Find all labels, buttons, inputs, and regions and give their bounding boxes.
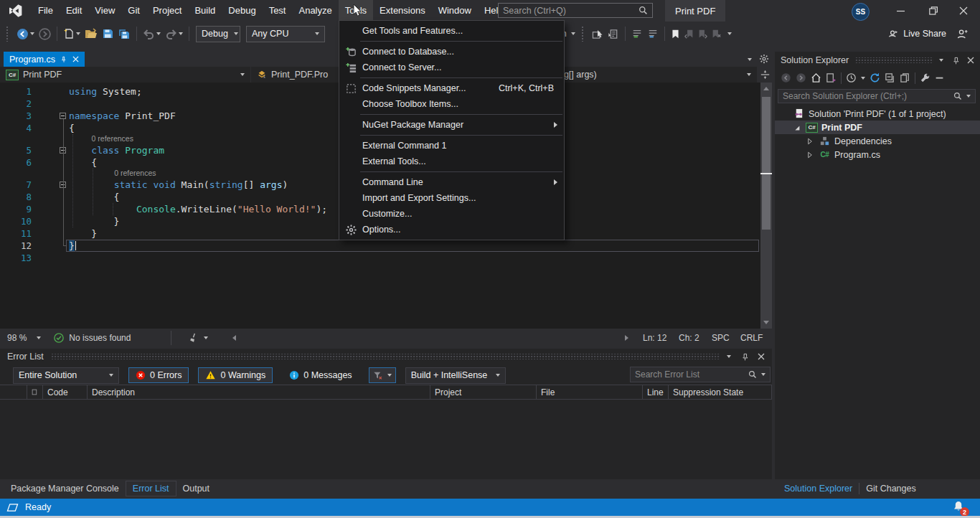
live-share-button[interactable]: Live Share (885, 25, 948, 42)
hscroll-right-arrow[interactable] (625, 335, 631, 341)
toggle-bookmark-button[interactable] (669, 25, 682, 42)
column-severity-icon[interactable] (27, 385, 43, 399)
menu-view[interactable]: View (88, 0, 121, 22)
back-caret-icon[interactable] (30, 32, 34, 35)
errors-filter-button[interactable]: 0 Errors (128, 367, 189, 383)
se-back-button[interactable] (781, 72, 791, 83)
code-cleanup-broom-icon[interactable] (189, 333, 199, 343)
close-panel-icon[interactable] (967, 57, 974, 64)
error-scope-dropdown[interactable]: Entire Solution (13, 367, 119, 384)
error-list-search-input[interactable]: Search Error List (630, 367, 771, 382)
menu-analyze[interactable]: Analyze (292, 0, 338, 22)
navigate-back-button[interactable] (14, 25, 37, 42)
menu-extensions[interactable]: Extensions (373, 0, 432, 22)
menu-edit[interactable]: Edit (60, 0, 88, 22)
document-well-dropdown-icon[interactable] (748, 58, 752, 61)
solution-explorer-search-input[interactable]: Search Solution Explorer (Ctrl+;) (778, 89, 976, 103)
zoom-dropdown[interactable]: 98 % (0, 333, 48, 343)
messages-filter-button[interactable]: 0 Messages (282, 367, 359, 383)
panel-drag-area[interactable] (854, 57, 933, 63)
bottom-tab-error-list[interactable]: Error List (126, 481, 176, 496)
filter-caret-icon[interactable] (861, 77, 865, 80)
menu-item-command-line[interactable]: Command Line (339, 174, 564, 190)
new-file-button[interactable] (61, 25, 83, 42)
column-suppression-state[interactable]: Suppression State (669, 385, 772, 399)
show-all-files-icon[interactable] (900, 72, 910, 83)
bottom-tab-output[interactable]: Output (176, 481, 217, 496)
tree-item-dependencies[interactable]: Dependencies (775, 134, 980, 148)
split-editor-handle[interactable] (758, 67, 772, 83)
comment-button[interactable] (629, 25, 645, 42)
column-code[interactable]: Code (43, 385, 88, 399)
code-cleanup-caret-icon[interactable] (204, 336, 208, 339)
code-line-13[interactable]: 13 (0, 252, 760, 264)
previous-bookmark-button[interactable] (682, 25, 696, 42)
hscroll-left-arrow[interactable] (232, 335, 236, 341)
new-file-caret-icon[interactable] (76, 32, 80, 35)
expander-icon[interactable] (792, 123, 802, 132)
menu-item-choose-toolbox-items[interactable]: Choose Toolbox Items... (339, 96, 564, 112)
panel-menu-caret-icon[interactable] (727, 355, 731, 358)
toolbar-grip[interactable] (6, 26, 9, 42)
health-status[interactable]: No issues found (69, 333, 131, 343)
avatar[interactable]: SS (852, 3, 870, 21)
editor-settings-gear-icon[interactable] (759, 54, 769, 64)
uncomment-button[interactable] (645, 25, 661, 42)
warnings-filter-button[interactable]: 0 Warnings (198, 367, 273, 383)
clear-bookmarks-button[interactable] (710, 25, 723, 42)
undo-button[interactable] (141, 25, 163, 42)
navigate-forward-button[interactable] (37, 25, 53, 42)
home-icon[interactable] (811, 72, 821, 83)
column-description[interactable]: Description (88, 385, 430, 399)
menu-debug[interactable]: Debug (222, 0, 262, 22)
navigate-symbol-button[interactable] (606, 25, 621, 42)
code-line-12[interactable]: 12} (0, 240, 760, 252)
project-dropdown[interactable]: C# Print PDF (0, 67, 251, 83)
collapse-all-icon[interactable] (885, 72, 895, 83)
scroll-up-arrow[interactable] (763, 87, 769, 90)
line-ending-indicator[interactable]: CRLF (740, 333, 772, 343)
column-file[interactable]: File (537, 385, 643, 399)
pin-tab-icon[interactable] (60, 56, 67, 63)
undo-caret-icon[interactable] (156, 32, 161, 35)
close-panel-icon[interactable] (758, 353, 765, 360)
menu-item-external-tools[interactable]: External Tools... (339, 154, 564, 169)
panel-menu-caret-icon[interactable] (939, 59, 943, 62)
next-bookmark-button[interactable] (696, 25, 710, 42)
feedback-button[interactable] (954, 25, 970, 42)
close-window-button[interactable] (947, 0, 980, 22)
tree-item-program-cs[interactable]: C#Program.cs (775, 148, 980, 161)
pending-changes-filter-icon[interactable] (846, 72, 857, 83)
right-tab-git-changes[interactable]: Git Changes (859, 481, 922, 496)
find-in-files-button[interactable] (590, 25, 606, 42)
filter-button[interactable] (369, 367, 396, 383)
redo-button[interactable] (163, 25, 185, 42)
menu-item-external-command-1[interactable]: External Command 1 (339, 138, 564, 154)
right-tab-solution-explorer[interactable]: Solution Explorer (778, 481, 859, 496)
menu-item-import-and-export-settings[interactable]: Import and Export Settings... (339, 190, 564, 206)
menu-build[interactable]: Build (188, 0, 222, 22)
menu-item-options[interactable]: Options... (339, 222, 564, 237)
search-input[interactable]: Search (Ctrl+Q) (498, 3, 653, 18)
redo-caret-icon[interactable] (179, 32, 183, 35)
expander-icon[interactable] (805, 137, 815, 146)
close-tab-icon[interactable] (72, 56, 79, 62)
save-button[interactable] (100, 25, 116, 42)
expander-icon[interactable] (805, 151, 815, 159)
menu-project[interactable]: Project (146, 0, 188, 22)
tab-program-cs[interactable]: Program.cs (4, 52, 85, 67)
menu-git[interactable]: Git (121, 0, 146, 22)
background-tasks-icon[interactable] (6, 503, 19, 512)
scroll-down-arrow[interactable] (763, 321, 769, 324)
se-forward-button[interactable] (796, 72, 806, 83)
preview-selected-icon[interactable] (935, 73, 944, 83)
panel-drag-area[interactable] (51, 354, 720, 359)
refresh-icon[interactable] (870, 72, 880, 83)
tree-item-print-pdf[interactable]: C#Print PDF (775, 121, 980, 134)
menu-item-connect-to-server[interactable]: Connect to Server... (339, 60, 564, 75)
menu-item-code-snippets-manager[interactable]: Code Snippets Manager...Ctrl+K, Ctrl+B (339, 80, 564, 96)
collapse-region-icon[interactable] (60, 113, 66, 119)
menu-item-connect-to-database[interactable]: Connect to Database... (339, 44, 564, 60)
restore-button[interactable] (917, 0, 950, 22)
menu-item-get-tools-and-features[interactable]: Get Tools and Features... (339, 23, 564, 39)
